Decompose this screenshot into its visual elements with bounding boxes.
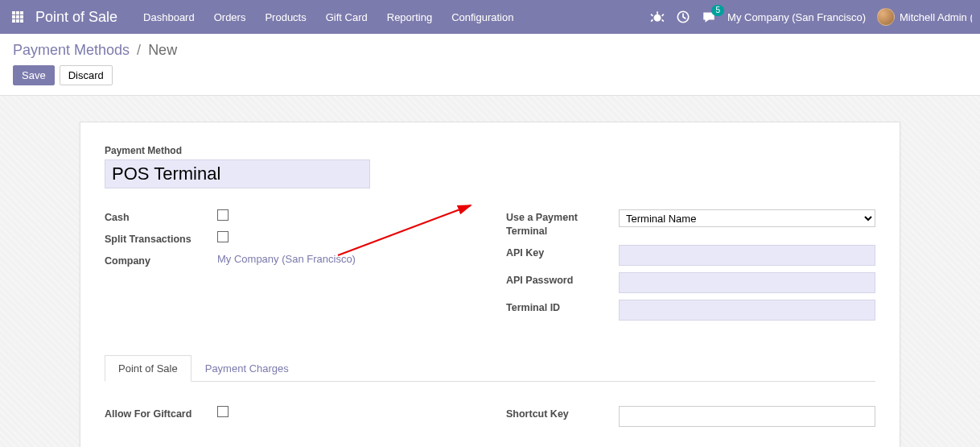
menu-dashboard[interactable]: Dashboard	[135, 2, 203, 33]
api-key-label: API Key	[506, 245, 619, 260]
app-brand[interactable]: Point of Sale	[35, 9, 117, 26]
svg-rect-7	[16, 19, 19, 23]
svg-rect-1	[16, 11, 19, 14]
svg-rect-8	[20, 19, 23, 23]
tab-point-of-sale[interactable]: Point of Sale	[105, 355, 191, 382]
cp-buttons: Save Discard	[13, 65, 967, 85]
terminal-id-label: Terminal ID	[506, 300, 619, 315]
view-area: Payment Method Cash Split Transactions C…	[0, 96, 980, 447]
breadcrumb-current: New	[148, 42, 177, 58]
menu-orders[interactable]: Orders	[206, 2, 254, 33]
breadcrumb-sep: /	[137, 42, 141, 58]
notebook: Point of Sale Payment Charges Allow For …	[105, 354, 875, 441]
notebook-page-pos: Allow For Giftcard Shortcut Key	[105, 382, 875, 441]
use-terminal-label: Use a Payment Terminal	[506, 209, 619, 238]
user-name: Mitchell Admin (c	[900, 11, 972, 23]
svg-rect-6	[12, 19, 15, 23]
cash-checkbox[interactable]	[217, 209, 229, 221]
cash-label: Cash	[105, 209, 217, 225]
save-button[interactable]: Save	[13, 65, 55, 85]
systray: 5 My Company (San Francisco) Mitchell Ad…	[650, 8, 972, 26]
svg-line-11	[651, 14, 653, 16]
control-panel: Payment Methods / New Save Discard	[0, 34, 980, 96]
api-password-input[interactable]	[619, 272, 875, 293]
shortcut-key-input[interactable]	[619, 406, 875, 427]
menu-reporting[interactable]: Reporting	[379, 2, 440, 33]
allow-giftcard-checkbox[interactable]	[217, 406, 229, 417]
split-transactions-label: Split Transactions	[105, 231, 217, 246]
notebook-tabs: Point of Sale Payment Charges	[105, 354, 875, 382]
svg-rect-2	[20, 11, 23, 14]
svg-rect-3	[12, 15, 15, 19]
menu-products[interactable]: Products	[257, 2, 314, 33]
menu-giftcard[interactable]: Gift Card	[318, 2, 376, 33]
title-label: Payment Method	[105, 145, 875, 156]
avatar	[877, 8, 895, 26]
company-switcher[interactable]: My Company (San Francisco)	[727, 11, 866, 23]
svg-line-12	[662, 14, 664, 16]
bug-icon[interactable]	[650, 10, 665, 24]
breadcrumb-parent[interactable]: Payment Methods	[13, 42, 130, 58]
top-navbar: Point of Sale Dashboard Orders Products …	[0, 0, 980, 34]
clock-icon[interactable]	[676, 10, 690, 24]
svg-line-13	[651, 19, 653, 21]
svg-rect-0	[12, 11, 15, 14]
user-menu[interactable]: Mitchell Admin (c	[877, 8, 972, 26]
svg-point-9	[654, 14, 661, 22]
use-terminal-select[interactable]: Terminal Name	[619, 209, 875, 227]
right-group: Use a Payment Terminal Terminal Name API…	[506, 209, 875, 327]
messages-icon[interactable]: 5	[702, 10, 716, 24]
company-field[interactable]: My Company (San Francisco)	[217, 253, 356, 265]
menu-configuration[interactable]: Configuration	[443, 2, 521, 33]
tab-payment-charges[interactable]: Payment Charges	[191, 355, 303, 382]
split-transactions-checkbox[interactable]	[217, 231, 229, 242]
breadcrumb: Payment Methods / New	[13, 42, 967, 59]
form-sheet: Payment Method Cash Split Transactions C…	[80, 122, 900, 447]
shortcut-key-label: Shortcut Key	[506, 406, 619, 421]
api-password-label: API Password	[506, 272, 619, 288]
top-menu: Dashboard Orders Products Gift Card Repo…	[135, 2, 521, 33]
company-label: Company	[105, 253, 217, 268]
allow-giftcard-label: Allow For Giftcard	[105, 406, 217, 421]
svg-line-14	[662, 19, 664, 21]
discard-button[interactable]: Discard	[60, 65, 113, 85]
api-key-input[interactable]	[619, 245, 875, 266]
terminal-id-input[interactable]	[619, 300, 875, 321]
svg-rect-4	[16, 15, 19, 19]
messages-count: 5	[711, 5, 724, 16]
name-input[interactable]	[105, 159, 370, 188]
svg-rect-5	[20, 15, 23, 19]
apps-icon[interactable]	[6, 6, 29, 28]
left-group: Cash Split Transactions Company My Compa…	[105, 209, 474, 327]
